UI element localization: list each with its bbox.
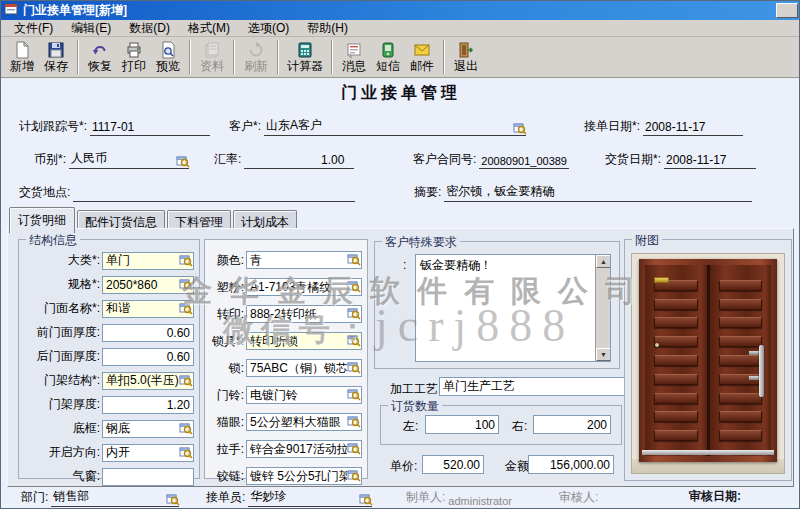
field-front-thickness-input[interactable]: 0.60 <box>102 324 194 342</box>
field-transfer-print-input[interactable]: 888-2转印纸 <box>246 305 362 323</box>
toolbar-button-new[interactable]: 新增 <box>5 39 39 76</box>
scroll-up-button[interactable]: ▲ <box>596 255 611 268</box>
menu-item-file[interactable]: 文件(F) <box>5 19 62 38</box>
lookup-icon[interactable] <box>347 415 361 428</box>
unit-price-label: 单价: <box>390 458 417 475</box>
structure-info-group: 结构信息 大类*:单门规格*:2050*860门面名称*:和谐前门面厚度:0.6… <box>18 239 200 479</box>
lookup-icon[interactable] <box>347 388 361 401</box>
door-leaves <box>645 265 771 456</box>
menu-item-format[interactable]: 格式(M) <box>179 19 239 38</box>
unit-price-input[interactable]: 520.00 <box>422 455 484 474</box>
toolbar-button-mail[interactable]: 邮件 <box>405 39 439 76</box>
order-date-label: 接单日期*: <box>584 118 640 136</box>
toolbar-button-sms[interactable]: 短信 <box>371 39 405 76</box>
field-lock-cylinder-input[interactable]: 75ABC（铜）锁芯 868普 <box>246 359 362 377</box>
lookup-icon[interactable] <box>347 334 361 347</box>
field-frame-thickness-input[interactable]: 1.20 <box>102 396 194 414</box>
order-taker-input[interactable]: 华妙珍 <box>248 491 372 507</box>
toolbar-button-label: 刷新 <box>244 59 268 73</box>
special-requirements-textarea[interactable]: 钣金要精确！ ▲ ▼ <box>415 254 611 362</box>
department-input[interactable]: 销售部 <box>51 491 179 507</box>
field-doorbell-input[interactable]: 电镀门铃 <box>246 386 362 404</box>
toolbar-button-undo[interactable]: 恢复 <box>83 39 117 76</box>
lookup-icon[interactable] <box>347 361 361 374</box>
lookup-icon[interactable] <box>179 446 193 459</box>
field-audit-date: 审核日期: <box>689 489 744 506</box>
field-frame-structure-input[interactable]: 单扣5.0(半压) <box>102 372 194 390</box>
field-face-name-input[interactable]: 和谐 <box>102 300 194 318</box>
exchange-rate-label: 汇率: <box>214 151 241 169</box>
menu-item-help[interactable]: 帮助(H) <box>298 19 357 38</box>
field-peephole-input[interactable]: 5公分塑料大猫眼 <box>246 413 362 431</box>
lookup-icon[interactable] <box>347 280 361 293</box>
field-transfer-print-label: 转印: <box>210 306 246 323</box>
field-open-direction-input[interactable]: 内开 <box>102 444 194 462</box>
lookup-icon[interactable] <box>166 493 180 506</box>
amount-input[interactable]: 156,000.00 <box>528 455 614 474</box>
order-date-input[interactable]: 2008-11-17 <box>643 120 743 136</box>
field-spec-input[interactable]: 2050*860 <box>102 276 194 294</box>
currency-input[interactable]: 人民币 <box>69 153 189 169</box>
scroll-down-button[interactable]: ▼ <box>596 348 611 361</box>
lookup-icon[interactable] <box>179 254 193 267</box>
order-taker-label: 接单员: <box>206 489 245 507</box>
sms-icon <box>379 41 397 59</box>
lookup-icon[interactable] <box>347 442 361 455</box>
toolbar-button-exit[interactable]: 退出 <box>449 39 483 76</box>
lookup-icon[interactable] <box>513 122 527 135</box>
field-lock-set-input[interactable]: 转印折锁 <box>246 332 362 350</box>
menu-item-options[interactable]: 选项(O) <box>239 19 298 38</box>
toolbar-button-preview[interactable]: 预览 <box>151 39 185 76</box>
lookup-icon[interactable] <box>179 422 193 435</box>
field-air-window-input[interactable] <box>102 468 194 486</box>
menu-item-edit[interactable]: 编辑(E) <box>62 19 120 38</box>
delivery-date-input[interactable]: 2008-11-17 <box>664 153 756 169</box>
qty-right-input[interactable]: 200 <box>533 415 611 434</box>
field-powder-input[interactable]: A1-7103青橘纹 <box>246 278 362 296</box>
lookup-icon[interactable] <box>359 493 373 506</box>
summary-input[interactable]: 密尔顿，钣金要精确 <box>444 186 752 202</box>
field-row-color: 颜色:青 <box>210 247 362 273</box>
toolbar-button-calculator[interactable]: 计算器 <box>283 39 327 76</box>
field-hinge-input[interactable]: 镀锌 5公分5孔门架铰 <box>246 467 362 485</box>
titlebar-button[interactable] <box>776 3 798 18</box>
field-spec-label: 规格*: <box>24 276 102 293</box>
qty-left-label: 左: <box>403 418 418 435</box>
contract-no-input[interactable]: 20080901_00389 <box>479 153 569 169</box>
lookup-icon[interactable] <box>179 374 193 387</box>
plan-no-input[interactable]: 1117-01 <box>90 120 210 136</box>
exchange-rate-input[interactable]: 1.00 <box>244 153 354 169</box>
door-leaf-right <box>710 265 772 456</box>
lookup-icon[interactable] <box>179 278 193 291</box>
process-input[interactable]: 单门生产工艺 <box>439 377 625 396</box>
lookup-icon[interactable] <box>179 302 193 315</box>
toolbar-button-message[interactable]: 消息 <box>337 39 371 76</box>
memo-scrollbar[interactable]: ▲ ▼ <box>595 255 610 361</box>
field-color-input[interactable]: 青 <box>246 251 362 269</box>
attachment-group-title: 附图 <box>632 232 662 249</box>
field-row-lock-cylinder: 锁:75ABC（铜）锁芯 868普 <box>210 355 362 381</box>
field-bottom-frame-input[interactable]: 钢底 <box>102 420 194 438</box>
lookup-icon[interactable] <box>176 155 190 168</box>
lookup-icon[interactable] <box>347 253 361 266</box>
lookup-icon[interactable] <box>347 469 361 482</box>
field-rear-thickness-label: 后门面厚度: <box>24 348 102 365</box>
toolbar-button-print[interactable]: 打印 <box>117 39 151 76</box>
creator-label: 制单人: <box>406 489 445 507</box>
lookup-icon[interactable] <box>347 307 361 320</box>
delivery-place-input[interactable] <box>73 186 355 202</box>
toolbar-button-save[interactable]: 保存 <box>39 39 73 76</box>
tab-order-detail[interactable]: 订货明细 <box>9 207 75 233</box>
menu-item-data[interactable]: 数据(D) <box>120 19 179 38</box>
field-row-rear-thickness: 后门面厚度:0.60 <box>24 345 194 368</box>
data-sheet-icon <box>203 41 221 59</box>
field-pull-handle-input[interactable]: 锌合金9017活动拉手乙 <box>246 440 362 458</box>
field-rear-thickness-input[interactable]: 0.60 <box>102 348 194 366</box>
field-category-input[interactable]: 单门 <box>102 252 194 270</box>
qty-left-input[interactable]: 100 <box>425 415 499 434</box>
field-doorbell-label: 门铃: <box>210 387 246 404</box>
customer-input[interactable]: 山东A客户 <box>264 120 526 136</box>
field-row-peephole: 猫眼:5公分塑料大猫眼 <box>210 409 362 435</box>
field-color-label: 颜色: <box>210 252 246 269</box>
door-panel <box>654 393 698 404</box>
